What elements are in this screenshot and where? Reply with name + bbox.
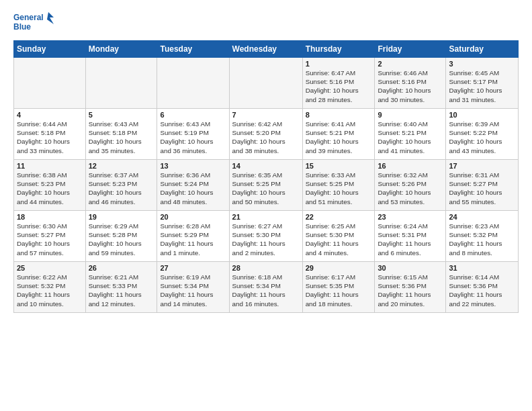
calendar-cell: 17Sunrise: 6:31 AM Sunset: 5:27 PM Dayli… [446,160,519,211]
calendar-week-1: 1Sunrise: 6:47 AM Sunset: 5:16 PM Daylig… [14,58,519,109]
day-number: 7 [232,111,300,119]
day-number: 18 [17,213,83,221]
day-number: 19 [89,213,154,221]
day-info: Sunrise: 6:41 AM Sunset: 5:21 PM Dayligh… [306,120,372,155]
day-number: 27 [160,264,226,272]
calendar-cell: 13Sunrise: 6:36 AM Sunset: 5:24 PM Dayli… [157,160,229,211]
calendar-cell: 22Sunrise: 6:25 AM Sunset: 5:30 PM Dayli… [302,211,375,262]
day-info: Sunrise: 6:43 AM Sunset: 5:18 PM Dayligh… [89,120,154,155]
day-info: Sunrise: 6:29 AM Sunset: 5:28 PM Dayligh… [89,222,154,257]
day-info: Sunrise: 6:33 AM Sunset: 5:25 PM Dayligh… [306,171,372,206]
day-number: 10 [449,111,515,119]
calendar-header-sunday: Sunday [14,41,86,58]
calendar-cell: 5Sunrise: 6:43 AM Sunset: 5:18 PM Daylig… [85,109,157,160]
day-number: 5 [89,111,154,119]
day-info: Sunrise: 6:39 AM Sunset: 5:22 PM Dayligh… [449,120,515,155]
calendar-cell [14,58,86,109]
day-number: 23 [378,213,443,221]
day-number: 13 [160,162,226,170]
calendar-cell: 15Sunrise: 6:33 AM Sunset: 5:25 PM Dayli… [302,160,375,211]
day-info: Sunrise: 6:38 AM Sunset: 5:23 PM Dayligh… [17,171,83,206]
day-number: 11 [17,162,83,170]
day-info: Sunrise: 6:18 AM Sunset: 5:34 PM Dayligh… [232,273,300,308]
calendar-cell: 28Sunrise: 6:18 AM Sunset: 5:34 PM Dayli… [229,262,302,313]
calendar-cell: 30Sunrise: 6:15 AM Sunset: 5:36 PM Dayli… [375,262,446,313]
calendar-cell: 24Sunrise: 6:23 AM Sunset: 5:32 PM Dayli… [446,211,519,262]
day-number: 17 [449,162,515,170]
logo-svg: General Blue [13,11,54,35]
calendar-week-4: 18Sunrise: 6:30 AM Sunset: 5:27 PM Dayli… [14,211,519,262]
day-info: Sunrise: 6:22 AM Sunset: 5:32 PM Dayligh… [17,273,83,308]
day-number: 20 [160,213,226,221]
calendar-cell: 31Sunrise: 6:14 AM Sunset: 5:36 PM Dayli… [446,262,519,313]
calendar-cell [157,58,229,109]
calendar-cell: 2Sunrise: 6:46 AM Sunset: 5:16 PM Daylig… [375,58,446,109]
day-info: Sunrise: 6:28 AM Sunset: 5:29 PM Dayligh… [160,222,226,257]
day-number: 21 [232,213,300,221]
calendar-week-2: 4Sunrise: 6:44 AM Sunset: 5:18 PM Daylig… [14,109,519,160]
day-number: 2 [378,60,443,68]
calendar-cell: 20Sunrise: 6:28 AM Sunset: 5:29 PM Dayli… [157,211,229,262]
calendar-header-wednesday: Wednesday [229,41,302,58]
header: General Blue [13,11,519,35]
day-number: 29 [306,264,372,272]
day-info: Sunrise: 6:40 AM Sunset: 5:21 PM Dayligh… [378,120,443,155]
calendar-cell: 1Sunrise: 6:47 AM Sunset: 5:16 PM Daylig… [302,58,375,109]
day-info: Sunrise: 6:30 AM Sunset: 5:27 PM Dayligh… [17,222,83,257]
calendar-header-row: SundayMondayTuesdayWednesdayThursdayFrid… [14,41,519,58]
svg-text:Blue: Blue [13,22,31,32]
calendar-cell: 19Sunrise: 6:29 AM Sunset: 5:28 PM Dayli… [85,211,157,262]
calendar-cell: 11Sunrise: 6:38 AM Sunset: 5:23 PM Dayli… [14,160,86,211]
day-info: Sunrise: 6:35 AM Sunset: 5:25 PM Dayligh… [232,171,300,206]
calendar-cell: 26Sunrise: 6:21 AM Sunset: 5:33 PM Dayli… [85,262,157,313]
day-number: 15 [306,162,372,170]
calendar-cell: 12Sunrise: 6:37 AM Sunset: 5:23 PM Dayli… [85,160,157,211]
calendar-cell: 6Sunrise: 6:43 AM Sunset: 5:19 PM Daylig… [157,109,229,160]
day-number: 3 [449,60,515,68]
day-info: Sunrise: 6:43 AM Sunset: 5:19 PM Dayligh… [160,120,226,155]
day-info: Sunrise: 6:21 AM Sunset: 5:33 PM Dayligh… [89,273,154,308]
calendar-header-thursday: Thursday [302,41,375,58]
calendar-header-monday: Monday [85,41,157,58]
calendar-week-5: 25Sunrise: 6:22 AM Sunset: 5:32 PM Dayli… [14,262,519,313]
calendar-cell: 9Sunrise: 6:40 AM Sunset: 5:21 PM Daylig… [375,109,446,160]
day-number: 25 [17,264,83,272]
svg-text:General: General [13,13,44,22]
day-number: 31 [449,264,515,272]
day-info: Sunrise: 6:27 AM Sunset: 5:30 PM Dayligh… [232,222,300,257]
calendar-cell: 18Sunrise: 6:30 AM Sunset: 5:27 PM Dayli… [14,211,86,262]
day-number: 30 [378,264,443,272]
day-number: 16 [378,162,443,170]
day-info: Sunrise: 6:42 AM Sunset: 5:20 PM Dayligh… [232,120,300,155]
day-info: Sunrise: 6:46 AM Sunset: 5:16 PM Dayligh… [378,68,443,104]
calendar-cell: 4Sunrise: 6:44 AM Sunset: 5:18 PM Daylig… [14,109,86,160]
calendar-cell: 8Sunrise: 6:41 AM Sunset: 5:21 PM Daylig… [302,109,375,160]
day-number: 14 [232,162,300,170]
day-number: 26 [89,264,154,272]
day-info: Sunrise: 6:45 AM Sunset: 5:17 PM Dayligh… [449,68,515,104]
day-info: Sunrise: 6:24 AM Sunset: 5:31 PM Dayligh… [378,222,443,257]
day-info: Sunrise: 6:47 AM Sunset: 5:16 PM Dayligh… [306,68,372,104]
day-info: Sunrise: 6:31 AM Sunset: 5:27 PM Dayligh… [449,171,515,206]
calendar-header-friday: Friday [375,41,446,58]
calendar-cell: 29Sunrise: 6:17 AM Sunset: 5:35 PM Dayli… [302,262,375,313]
calendar-cell: 25Sunrise: 6:22 AM Sunset: 5:32 PM Dayli… [14,262,86,313]
day-info: Sunrise: 6:23 AM Sunset: 5:32 PM Dayligh… [449,222,515,257]
day-info: Sunrise: 6:44 AM Sunset: 5:18 PM Dayligh… [17,120,83,155]
calendar-cell: 27Sunrise: 6:19 AM Sunset: 5:34 PM Dayli… [157,262,229,313]
calendar-cell: 7Sunrise: 6:42 AM Sunset: 5:20 PM Daylig… [229,109,302,160]
calendar-header-saturday: Saturday [446,41,519,58]
day-number: 12 [89,162,154,170]
calendar-header-tuesday: Tuesday [157,41,229,58]
day-info: Sunrise: 6:37 AM Sunset: 5:23 PM Dayligh… [89,171,154,206]
day-number: 9 [378,111,443,119]
calendar-cell: 14Sunrise: 6:35 AM Sunset: 5:25 PM Dayli… [229,160,302,211]
calendar-week-3: 11Sunrise: 6:38 AM Sunset: 5:23 PM Dayli… [14,160,519,211]
day-number: 1 [306,60,372,68]
calendar-cell [85,58,157,109]
day-number: 6 [160,111,226,119]
day-number: 22 [306,213,372,221]
day-info: Sunrise: 6:14 AM Sunset: 5:36 PM Dayligh… [449,273,515,308]
calendar-cell: 21Sunrise: 6:27 AM Sunset: 5:30 PM Dayli… [229,211,302,262]
calendar-cell: 10Sunrise: 6:39 AM Sunset: 5:22 PM Dayli… [446,109,519,160]
